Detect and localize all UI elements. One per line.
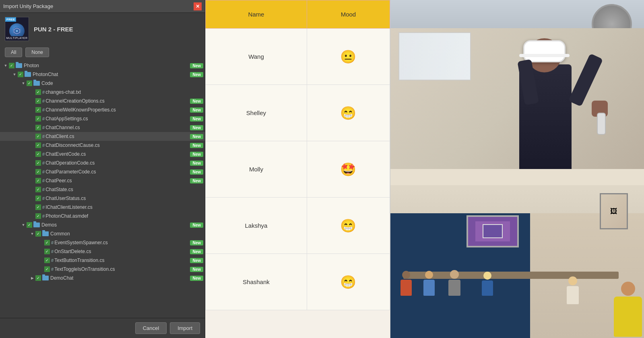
- check-chatchannel: [35, 125, 41, 130]
- conf-scene: 🖼: [390, 169, 644, 338]
- tree-item-photonchat-asmdef[interactable]: # PhotonChat.asmdef: [0, 212, 205, 221]
- hash-chatparamcode: #: [42, 169, 45, 174]
- label-chatchannel: ChatChannel.cs: [45, 125, 188, 130]
- hash-photonchat-asmdef: #: [42, 214, 45, 218]
- check-demochat: [35, 275, 41, 281]
- col-header-mood: Mood: [307, 0, 390, 29]
- arrow-chatoperation: [30, 161, 35, 165]
- conf-painting: 🖼: [600, 193, 628, 229]
- file-tree[interactable]: Photon New PhotonChat New Code # changes…: [0, 60, 205, 318]
- check-common: [35, 231, 41, 237]
- none-button[interactable]: None: [25, 47, 49, 57]
- cancel-button[interactable]: Cancel: [135, 322, 167, 334]
- svg-point-1: [16, 30, 18, 32]
- tree-item-common[interactable]: Common: [0, 229, 205, 238]
- hash-channelcreation: #: [42, 99, 45, 103]
- conf-p1-body: [400, 280, 412, 296]
- badge-chatclient: New: [190, 134, 203, 139]
- folder-icon-photon: [16, 63, 22, 68]
- tree-item-photonchat[interactable]: PhotonChat New: [0, 70, 205, 79]
- hash-chateventcode: #: [42, 152, 45, 157]
- tree-item-channelwell[interactable]: # ChannelWellKnownProperties.cs New: [0, 105, 205, 114]
- mood-table-container: Name Mood Wang😐Shelley😁Molly🤩Lakshya😁Sha…: [205, 0, 390, 338]
- conf-p3-body: [448, 280, 460, 296]
- tree-item-ichatclientlistener[interactable]: # IChatClientListener.cs: [0, 203, 205, 212]
- arrow-demochat: [30, 276, 35, 280]
- tree-item-textbuttontransition[interactable]: # TextButtonTransition.cs New: [0, 256, 205, 265]
- badge-channelcreation: New: [190, 99, 203, 104]
- badge-chatappsettings: New: [190, 116, 203, 122]
- all-button[interactable]: All: [5, 47, 22, 57]
- tree-item-chateventcode[interactable]: # ChatEventCode.cs New: [0, 150, 205, 159]
- label-demos: Demos: [41, 222, 188, 228]
- tree-item-chatpeer[interactable]: # ChatPeer.cs New: [0, 176, 205, 185]
- tree-item-onstartdelete[interactable]: # OnStartDelete.cs New: [0, 247, 205, 256]
- tree-item-chatparamcode[interactable]: # ChatParameterCode.cs New: [0, 167, 205, 176]
- label-chatpeer: ChatPeer.cs: [45, 178, 188, 183]
- hash-eventsystemspawner: #: [51, 240, 54, 245]
- vr-headset: [523, 40, 566, 62]
- hash-chatstate: #: [42, 187, 45, 192]
- arrow-chatparamcode: [30, 169, 35, 174]
- label-chatdisconnect: ChatDisconnectCause.cs: [45, 142, 188, 148]
- arrow-eventsystemspawner: [39, 240, 43, 245]
- arrow-channelwell: [30, 107, 35, 112]
- photo-vr: [390, 0, 644, 169]
- conf-person-5: [565, 276, 581, 304]
- folder-icon-photonchat: [25, 72, 31, 77]
- tree-item-chatclient[interactable]: # ChatClient.cs New: [0, 132, 205, 141]
- tree-item-demos[interactable]: Demos New: [0, 221, 205, 229]
- arrow-chateventcode: [30, 152, 35, 157]
- cell-name: Molly: [206, 141, 307, 198]
- check-textbuttontransition: [44, 258, 50, 263]
- tree-item-chatdisconnect[interactable]: # ChatDisconnectCause.cs New: [0, 141, 205, 150]
- check-demos: [27, 222, 32, 228]
- hash-chatappsettings: #: [42, 116, 45, 121]
- tree-item-eventsystemspawner[interactable]: # EventSystemSpawner.cs New: [0, 238, 205, 247]
- check-changes-chat: [35, 89, 41, 95]
- tree-item-chatuserstatus[interactable]: # ChatUserStatus.cs: [0, 194, 205, 203]
- badge-textbuttontransition: New: [190, 258, 203, 263]
- tree-item-chatappsettings[interactable]: # ChatAppSettings.cs New: [0, 114, 205, 123]
- label-chatparamcode: ChatParameterCode.cs: [45, 169, 188, 175]
- label-chatappsettings: ChatAppSettings.cs: [45, 116, 188, 122]
- tree-item-code[interactable]: Code: [0, 79, 205, 88]
- arrow-onstartdelete: [39, 249, 43, 254]
- conf-person-3: [446, 270, 462, 296]
- arrow-photon: [3, 63, 8, 68]
- tree-item-texttoggle[interactable]: # TextToggleIsOnTransition.cs New: [0, 265, 205, 274]
- tree-item-changes-chat[interactable]: # changes-chat.txt: [0, 88, 205, 97]
- tree-item-channelcreation[interactable]: # ChannelCreationOptions.cs New: [0, 97, 205, 105]
- hash-texttoggle: #: [51, 267, 54, 272]
- check-chatstate: [35, 187, 41, 192]
- tree-item-demochat[interactable]: DemoChat New: [0, 274, 205, 282]
- label-channelwell: ChannelWellKnownProperties.cs: [45, 107, 188, 113]
- label-common: Common: [50, 231, 203, 237]
- conf-p3-head: [450, 270, 459, 279]
- table-row: Shashank😁: [206, 254, 390, 310]
- arrow-chatchannel: [30, 125, 35, 130]
- hash-chatpeer: #: [42, 178, 45, 183]
- label-photon: Photon: [24, 63, 188, 68]
- close-button[interactable]: ✕: [194, 2, 202, 10]
- conf-person-6: [612, 282, 644, 338]
- tree-item-photon[interactable]: Photon New: [0, 61, 205, 70]
- badge-chateventcode: New: [190, 152, 203, 157]
- check-photonchat-asmdef: [35, 213, 41, 219]
- folder-icon-common: [42, 231, 49, 236]
- check-channelwell: [35, 107, 41, 113]
- import-button[interactable]: Import: [170, 322, 200, 334]
- hash-changes-chat: #: [42, 90, 45, 95]
- arrow-common: [30, 231, 35, 236]
- tree-item-chatstate[interactable]: # ChatState.cs: [0, 185, 205, 194]
- check-chatuserstatus: [35, 196, 41, 201]
- conf-person-2: [421, 271, 437, 296]
- arrow-photonchat-asmdef: [30, 214, 35, 218]
- tree-item-chatchannel[interactable]: # ChatChannel.cs New: [0, 123, 205, 132]
- tree-item-chatoperation[interactable]: # ChatOperationCode.cs New: [0, 159, 205, 167]
- label-code: Code: [41, 80, 203, 86]
- hash-chatuserstatus: #: [42, 196, 45, 201]
- conf-screen: [466, 215, 519, 247]
- conf-p6-head: [621, 282, 635, 296]
- check-eventsystemspawner: [44, 240, 50, 245]
